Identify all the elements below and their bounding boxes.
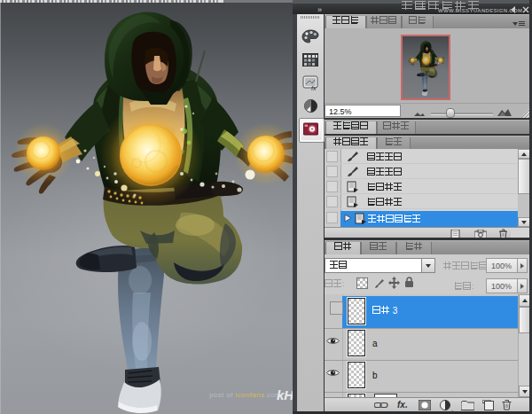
svg-text:fx: fx (311, 85, 317, 91)
